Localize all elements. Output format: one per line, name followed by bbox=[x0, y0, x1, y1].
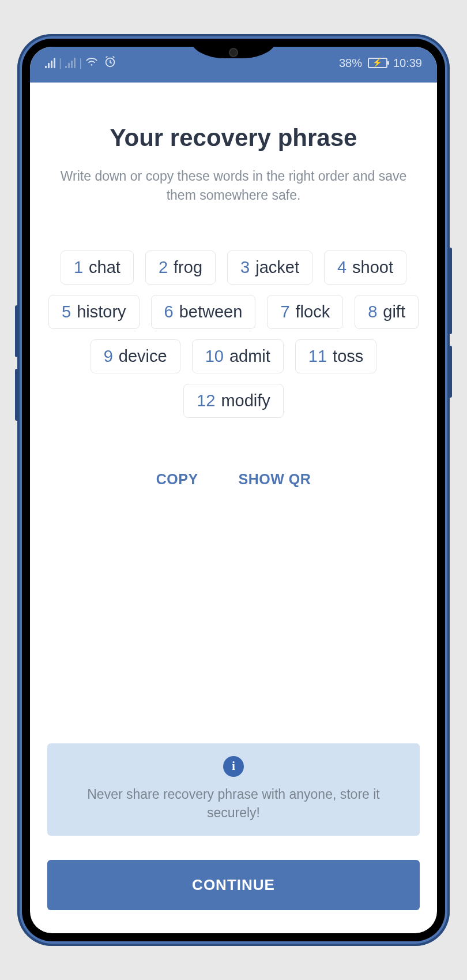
word-chip: 6between bbox=[151, 295, 256, 329]
word-text: toss bbox=[333, 347, 363, 366]
signal-icon bbox=[45, 58, 55, 68]
word-text: frog bbox=[174, 258, 202, 277]
word-chip: 3jacket bbox=[227, 250, 312, 285]
info-icon: i bbox=[223, 756, 244, 777]
word-text: between bbox=[179, 302, 243, 321]
alarm-icon bbox=[104, 55, 116, 71]
page-title: Your recovery phrase bbox=[47, 124, 420, 152]
word-index: 5 bbox=[62, 302, 71, 321]
phone-frame: | | 38% ⚡ 10:39 Your r bbox=[17, 34, 450, 946]
word-chip: 9device bbox=[91, 339, 180, 373]
word-index: 12 bbox=[197, 391, 215, 410]
word-index: 3 bbox=[240, 258, 250, 277]
word-chip: 11toss bbox=[295, 339, 376, 373]
page-subtitle: Write down or copy these words in the ri… bbox=[47, 167, 420, 205]
word-chip: 5history bbox=[48, 295, 140, 329]
word-chip: 7flock bbox=[267, 295, 343, 329]
volume-up-button[interactable] bbox=[15, 305, 18, 357]
word-chip: 1chat bbox=[61, 250, 134, 285]
copy-button[interactable]: COPY bbox=[156, 471, 198, 488]
word-chip: 10admit bbox=[192, 339, 284, 373]
signal-icon-secondary bbox=[65, 58, 76, 68]
word-chip: 12modify bbox=[183, 384, 284, 418]
content: Your recovery phrase Write down or copy … bbox=[30, 83, 437, 933]
divider: | bbox=[59, 57, 62, 70]
word-text: admit bbox=[229, 347, 270, 366]
word-text: modify bbox=[221, 391, 270, 410]
word-text: device bbox=[119, 347, 167, 366]
screen: | | 38% ⚡ 10:39 Your r bbox=[30, 47, 437, 933]
battery-icon: ⚡ bbox=[368, 58, 387, 68]
word-text: shoot bbox=[352, 258, 393, 277]
volume-down-button[interactable] bbox=[15, 369, 18, 421]
info-text: Never share recovery phrase with anyone,… bbox=[65, 785, 402, 822]
side-key[interactable] bbox=[449, 346, 452, 398]
continue-button[interactable]: CONTINUE bbox=[47, 860, 420, 910]
word-text: jacket bbox=[255, 258, 299, 277]
word-index: 1 bbox=[74, 258, 83, 277]
status-right: 38% ⚡ 10:39 bbox=[339, 57, 422, 70]
power-button[interactable] bbox=[449, 248, 452, 334]
phone-bezel: | | 38% ⚡ 10:39 Your r bbox=[22, 39, 445, 941]
word-text: flock bbox=[296, 302, 330, 321]
word-index: 2 bbox=[159, 258, 168, 277]
clock: 10:39 bbox=[393, 57, 422, 70]
status-left: | | bbox=[45, 55, 116, 71]
spacer bbox=[47, 488, 420, 743]
word-index: 10 bbox=[205, 347, 224, 366]
word-chip: 2frog bbox=[145, 250, 216, 285]
word-index: 11 bbox=[308, 347, 327, 366]
battery-percent: 38% bbox=[339, 57, 362, 70]
wifi-icon bbox=[85, 57, 98, 70]
svg-point-0 bbox=[91, 64, 93, 66]
recovery-words-grid: 1chat 2frog 3jacket 4shoot 5history 6bet… bbox=[47, 250, 420, 418]
word-text: chat bbox=[89, 258, 120, 277]
word-index: 6 bbox=[164, 302, 174, 321]
info-box: i Never share recovery phrase with anyon… bbox=[47, 743, 420, 836]
word-index: 9 bbox=[104, 347, 113, 366]
divider: | bbox=[79, 57, 82, 70]
word-text: history bbox=[77, 302, 126, 321]
actions-row: COPY SHOW QR bbox=[47, 471, 420, 488]
show-qr-button[interactable]: SHOW QR bbox=[239, 471, 311, 488]
word-index: 8 bbox=[368, 302, 377, 321]
word-chip: 4shoot bbox=[324, 250, 406, 285]
word-chip: 8gift bbox=[355, 295, 419, 329]
word-index: 7 bbox=[280, 302, 289, 321]
word-text: gift bbox=[383, 302, 405, 321]
word-index: 4 bbox=[337, 258, 347, 277]
